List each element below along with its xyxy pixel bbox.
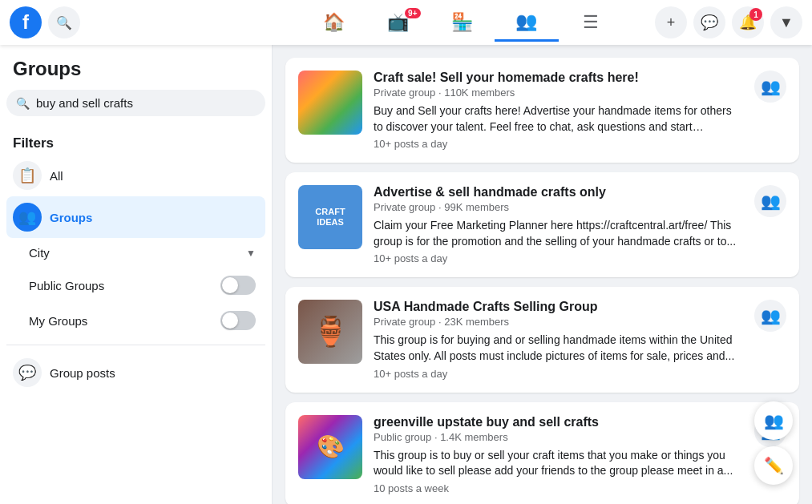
video-badge: 9+	[405, 8, 420, 18]
filter-all-label: All	[50, 169, 63, 183]
search-bar: 🔍	[6, 90, 265, 116]
group-meta: Private group · 23K members	[374, 316, 743, 328]
group-description: Buy and Sell your crafts here! Advertise…	[374, 103, 743, 135]
sub-filter-public-groups[interactable]: Public Groups	[19, 268, 265, 303]
nav-video[interactable]: 📺 9+	[366, 3, 430, 42]
public-groups-toggle[interactable]	[220, 276, 256, 295]
group-name[interactable]: greenville upstate buy and sell crafts	[374, 415, 743, 429]
facebook-logo[interactable]: f	[10, 6, 42, 38]
account-button[interactable]: ▼	[770, 6, 802, 38]
group-card: Craft sale! Sell your homemade crafts he…	[285, 58, 799, 163]
group-name[interactable]: Craft sale! Sell your homemade crafts he…	[374, 71, 743, 85]
group-meta: Private group · 99K members	[374, 201, 743, 213]
sub-filter-my-groups[interactable]: My Groups	[19, 303, 265, 338]
sub-filter-city[interactable]: City ▼	[19, 238, 265, 268]
group-activity: 10+ posts a day	[374, 138, 743, 150]
my-groups-toggle[interactable]	[220, 311, 256, 330]
group-card: 🎨 greenville upstate buy and sell crafts…	[285, 402, 799, 504]
main-layout: Groups 🔍 Filters 📋 All 👥 Groups City ▼ P…	[0, 45, 812, 504]
fab-group-button[interactable]: 👥	[754, 401, 793, 440]
fab-edit-button[interactable]: ✏️	[754, 446, 793, 485]
group-info: USA Handmade Crafts Selling Group Privat…	[374, 300, 743, 379]
nav-right: + 💬 🔔 1 ▼	[642, 6, 802, 38]
group-meta: Private group · 110K members	[374, 87, 743, 99]
group-name[interactable]: Advertise & sell handmade crafts only	[374, 185, 743, 200]
group-description: This group is to buy or sell your craft …	[374, 448, 743, 479]
search-button[interactable]: 🔍	[48, 6, 80, 38]
messenger-button[interactable]: 💬	[693, 6, 725, 38]
sub-filters: City ▼ Public Groups My Groups	[6, 238, 265, 338]
group-meta: Public group · 1.4K members	[374, 431, 743, 443]
sidebar-divider	[6, 345, 265, 345]
search-input[interactable]	[36, 96, 256, 110]
group-thumbnail: 🏺	[298, 300, 362, 364]
filters-label: Filters	[6, 129, 265, 155]
group-posts-icon: 💬	[13, 358, 42, 387]
group-action-button[interactable]: 👥	[754, 185, 786, 217]
group-description: Claim your Free Marketing Planner here h…	[374, 218, 743, 249]
nav-groups[interactable]: 👥	[495, 3, 559, 42]
group-action-button[interactable]: 👥	[754, 71, 786, 103]
groups-content: Craft sale! Sell your homemade crafts he…	[273, 45, 812, 504]
group-activity: 10 posts a week	[374, 482, 743, 494]
filter-all-icon: 📋	[13, 161, 42, 190]
nav-center: 🏠 📺 9+ 🏪 👥 ☰	[282, 3, 642, 42]
notif-badge: 1	[749, 8, 762, 21]
group-card: CRAFTIDEAS Advertise & sell handmade cra…	[285, 172, 799, 277]
filter-group-posts[interactable]: 💬 Group posts	[6, 352, 265, 393]
public-groups-label: Public Groups	[29, 279, 104, 292]
toggle-knob-2	[222, 312, 238, 329]
city-label: City	[29, 246, 50, 260]
add-button[interactable]: +	[655, 6, 687, 38]
notifications-button[interactable]: 🔔 1	[732, 6, 764, 38]
nav-left: f 🔍	[10, 6, 282, 38]
group-thumbnail: 🎨	[298, 415, 362, 479]
chevron-down-icon: ▼	[246, 248, 256, 259]
search-icon: 🔍	[16, 97, 30, 110]
group-info: greenville upstate buy and sell crafts P…	[374, 415, 743, 494]
toggle-knob	[222, 277, 238, 293]
group-activity: 10+ posts a day	[374, 368, 743, 380]
nav-marketplace[interactable]: 🏪	[430, 3, 495, 42]
top-navigation: f 🔍 🏠 📺 9+ 🏪 👥 ☰ + 💬 🔔 1 ▼	[0, 0, 812, 45]
group-info: Craft sale! Sell your homemade crafts he…	[374, 71, 743, 150]
group-activity: 10+ posts a day	[374, 252, 743, 264]
group-name[interactable]: USA Handmade Crafts Selling Group	[374, 300, 743, 314]
nav-menu[interactable]: ☰	[559, 3, 623, 42]
group-info: Advertise & sell handmade crafts only Pr…	[374, 185, 743, 264]
filter-groups-icon: 👥	[13, 203, 42, 232]
group-description: This group is for buying and or selling …	[374, 333, 743, 364]
filter-groups[interactable]: 👥 Groups	[6, 196, 265, 238]
filter-groups-label: Groups	[50, 211, 92, 224]
nav-home[interactable]: 🏠	[302, 3, 366, 42]
group-action-button[interactable]: 👥	[754, 300, 786, 332]
group-card: 🏺 USA Handmade Crafts Selling Group Priv…	[285, 287, 799, 392]
group-thumbnail	[298, 71, 362, 135]
sidebar: Groups 🔍 Filters 📋 All 👥 Groups City ▼ P…	[0, 45, 273, 504]
my-groups-label: My Groups	[29, 314, 87, 328]
group-thumbnail: CRAFTIDEAS	[298, 185, 362, 249]
filter-all[interactable]: 📋 All	[6, 155, 265, 196]
fab-area: 👥 ✏️	[754, 401, 793, 485]
sidebar-title: Groups	[6, 58, 265, 90]
group-posts-label: Group posts	[50, 366, 115, 380]
